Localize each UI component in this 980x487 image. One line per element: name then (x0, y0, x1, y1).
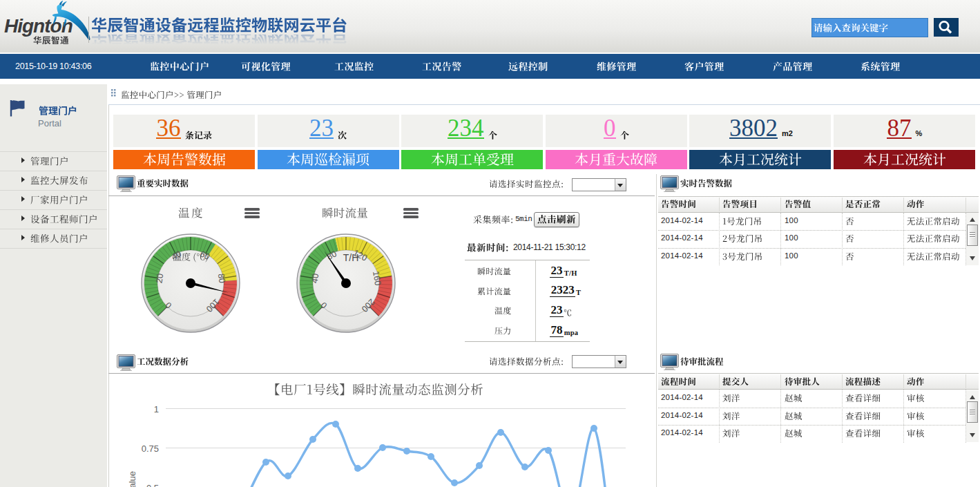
svg-text:T/H: T/H (343, 252, 358, 263)
svg-text:40: 40 (309, 273, 320, 284)
svg-text:80: 80 (215, 273, 227, 284)
svg-text:20: 20 (154, 273, 165, 284)
